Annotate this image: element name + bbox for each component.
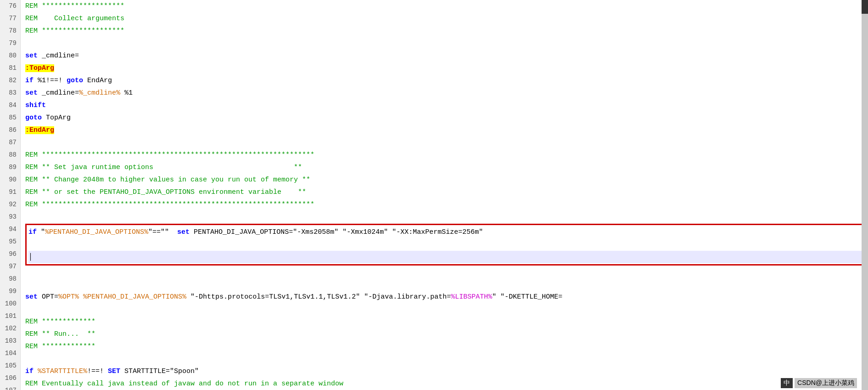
code-line-83: set _cmdline=%_cmdline% %1 <box>25 87 868 99</box>
code-line-81: :TopArg <box>25 62 868 74</box>
code-line-106: REM Eventually call java instead of java… <box>25 378 868 390</box>
code-line-105: if %STARTTITLE%!==! SET STARTTITLE="Spoo… <box>25 365 868 378</box>
code-line-77: REM Collect arguments <box>25 12 868 25</box>
label-endarg: :EndArg <box>25 126 54 134</box>
code-line-92: REM ************************************… <box>25 198 868 211</box>
code-line-78: REM ******************** <box>25 25 868 37</box>
user-badge: CSDN@上进小菜鸡 <box>795 378 857 388</box>
code-line-85: goto TopArg <box>25 112 868 124</box>
code-line-82: if %1!==! goto EndArg <box>25 74 868 87</box>
code-editor: 76 77 78 79 80 81 82 83 84 85 86 87 88 8… <box>0 0 868 390</box>
bottom-right-area: 中 CSDN@上进小菜鸡 <box>779 376 859 390</box>
code-line-96: │ <box>28 251 865 263</box>
code-line-91: REM ** or set the PENTAHO_DI_JAVA_OPTION… <box>25 186 868 198</box>
code-line-104 <box>25 353 868 365</box>
code-line-94: if "%PENTAHO_DI_JAVA_OPTIONS%"=="" set P… <box>28 226 865 238</box>
code-line-97 <box>25 266 868 278</box>
code-line-80: set _cmdline= <box>25 50 868 62</box>
code-line-88: REM ************************************… <box>25 149 868 161</box>
code-line-76: REM ******************** <box>25 0 868 12</box>
label-toparg: :TopArg <box>25 64 54 72</box>
highlighted-block: if "%PENTAHO_DI_JAVA_OPTIONS%"=="" set P… <box>25 224 868 266</box>
line-numbers: 76 77 78 79 80 81 82 83 84 85 86 87 88 8… <box>0 0 21 390</box>
scrollbar-thumb[interactable] <box>862 0 868 14</box>
code-line-87 <box>25 136 868 149</box>
code-content[interactable]: REM ******************** REM Collect arg… <box>21 0 868 390</box>
code-line-101: REM ************* <box>25 316 868 328</box>
code-line-93 <box>25 211 868 223</box>
code-line-90: REM ** Change 2048m to higher values in … <box>25 174 868 186</box>
code-line-102: REM ** Run... ** <box>25 328 868 340</box>
scrollbar[interactable] <box>862 0 868 390</box>
code-line-95 <box>28 238 865 251</box>
code-line-86: :EndArg <box>25 124 868 136</box>
input-method-badge: 中 <box>781 378 793 388</box>
code-line-98 <box>25 278 868 291</box>
code-line-84: shift <box>25 99 868 112</box>
code-line-79 <box>25 37 868 50</box>
code-line-99: set OPT=%OPT% %PENTAHO_DI_JAVA_OPTIONS% … <box>25 291 868 303</box>
code-line-100 <box>25 303 868 316</box>
code-line-103: REM ************* <box>25 340 868 353</box>
code-line-89: REM ** Set java runtime options ** <box>25 161 868 174</box>
